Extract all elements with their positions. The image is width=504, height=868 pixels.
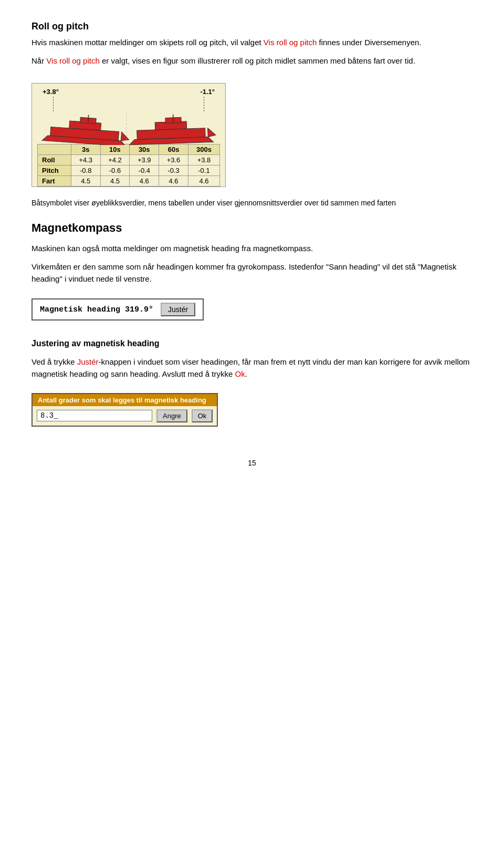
col-header-30s: 30s bbox=[130, 144, 159, 154]
table-header-row: 3s 10s 30s 60s 300s bbox=[38, 144, 220, 154]
table-cell: +3.9 bbox=[130, 154, 159, 165]
subsection-title-justering: Justering av magnetisk heading bbox=[32, 337, 472, 350]
mag-heading-display-box: Magnetisk heading 319.9° Justér bbox=[32, 298, 204, 321]
paragraph-4: Virkemåten er den samme som når headinge… bbox=[32, 261, 472, 285]
ship-figure: +3.8° -1.1° bbox=[32, 83, 226, 187]
table-cell: +3.6 bbox=[159, 154, 188, 165]
antall-input-field[interactable] bbox=[37, 410, 152, 421]
table-cell: -0.4 bbox=[130, 165, 159, 175]
col-header-10s: 10s bbox=[100, 144, 130, 154]
juster-button[interactable]: Justér bbox=[161, 303, 195, 316]
antall-input-row: Angre Ok bbox=[33, 406, 217, 426]
table-row: Roll+4.3+4.2+3.9+3.6+3.8 bbox=[38, 154, 220, 165]
dashed-line-right bbox=[204, 97, 204, 111]
para5-link-ok[interactable]: Ok bbox=[235, 369, 245, 378]
table-cell: -0.1 bbox=[188, 165, 219, 175]
col-header-label bbox=[38, 144, 71, 154]
table-cell: 4.5 bbox=[71, 175, 100, 186]
col-header-60s: 60s bbox=[159, 144, 188, 154]
dashed-lines bbox=[37, 97, 220, 111]
ship-figure-container: +3.8° -1.1° bbox=[32, 83, 226, 187]
para2-text-after: er valgt, vises en figur som illustrerer… bbox=[100, 56, 415, 65]
page-number: 15 bbox=[32, 459, 472, 467]
table-row: Fart4.54.54.64.64.6 bbox=[38, 175, 220, 186]
para1-text-after: finnes under Diversemenyen. bbox=[317, 38, 421, 47]
ok-button[interactable]: Ok bbox=[192, 409, 213, 422]
table-row-label: Pitch bbox=[38, 165, 71, 175]
dashed-line-left bbox=[53, 97, 54, 111]
section-heading-roll-pitch: Roll og pitch bbox=[32, 21, 472, 32]
table-cell: 4.5 bbox=[100, 175, 130, 186]
antall-header: Antall grader som skal legges til magnet… bbox=[33, 394, 217, 406]
para2-link[interactable]: Vis roll og pitch bbox=[46, 56, 99, 65]
para1-link[interactable]: Vis roll og pitch bbox=[264, 38, 317, 47]
table-row: Pitch-0.8-0.6-0.4-0.3-0.1 bbox=[38, 165, 220, 175]
angre-button[interactable]: Angre bbox=[156, 409, 187, 422]
table-cell: -0.8 bbox=[71, 165, 100, 175]
antall-grader-box: Antall grader som skal legges til magnet… bbox=[32, 393, 218, 427]
mag-heading-label: Magnetisk heading 319.9° bbox=[40, 305, 153, 314]
table-row-label: Fart bbox=[38, 175, 71, 186]
angle-left: +3.8° bbox=[43, 88, 59, 96]
paragraph-2: Når Vis roll og pitch er valgt, vises en… bbox=[32, 55, 472, 67]
para5-text-before: Ved å trykke bbox=[32, 357, 77, 366]
para2-text-before: Når bbox=[32, 56, 46, 65]
roll-pitch-table: 3s 10s 30s 60s 300s Roll+4.3+4.2+3.9+3.6… bbox=[37, 144, 220, 187]
angle-right: -1.1° bbox=[200, 88, 215, 96]
figure-caption: Båtsymbolet viser øyeblikksverdier, mens… bbox=[32, 198, 472, 209]
col-header-300s: 300s bbox=[188, 144, 219, 154]
para5-link-juster[interactable]: Justér bbox=[77, 357, 99, 366]
page-content: Roll og pitch Hvis maskinen mottar meldi… bbox=[32, 21, 472, 467]
section-heading-magnetkompass: Magnetkompass bbox=[32, 221, 472, 235]
paragraph-3: Maskinen kan også motta meldinger om mag… bbox=[32, 242, 472, 254]
paragraph-1: Hvis maskinen mottar meldinger om skipet… bbox=[32, 36, 472, 48]
table-cell: 4.6 bbox=[130, 175, 159, 186]
paragraph-5: Ved å trykke Justér-knappen i vinduet so… bbox=[32, 356, 472, 380]
svg-line-4 bbox=[88, 115, 89, 122]
table-body: Roll+4.3+4.2+3.9+3.6+3.8Pitch-0.8-0.6-0.… bbox=[38, 154, 220, 186]
svg-marker-5 bbox=[121, 131, 129, 141]
ship-angles-row: +3.8° -1.1° bbox=[37, 88, 220, 96]
table-row-label: Roll bbox=[38, 154, 71, 165]
col-header-3s: 3s bbox=[71, 144, 100, 154]
table-cell: -0.3 bbox=[159, 165, 188, 175]
svg-marker-12 bbox=[208, 128, 216, 137]
para5-text-end: . bbox=[245, 369, 247, 378]
ship-svg bbox=[37, 112, 216, 144]
table-cell: 4.6 bbox=[188, 175, 219, 186]
table-cell: +3.8 bbox=[188, 154, 219, 165]
table-cell: -0.6 bbox=[100, 165, 130, 175]
table-cell: +4.3 bbox=[71, 154, 100, 165]
table-cell: +4.2 bbox=[100, 154, 130, 165]
table-cell: 4.6 bbox=[159, 175, 188, 186]
para1-text-before: Hvis maskinen mottar meldinger om skipet… bbox=[32, 38, 264, 47]
